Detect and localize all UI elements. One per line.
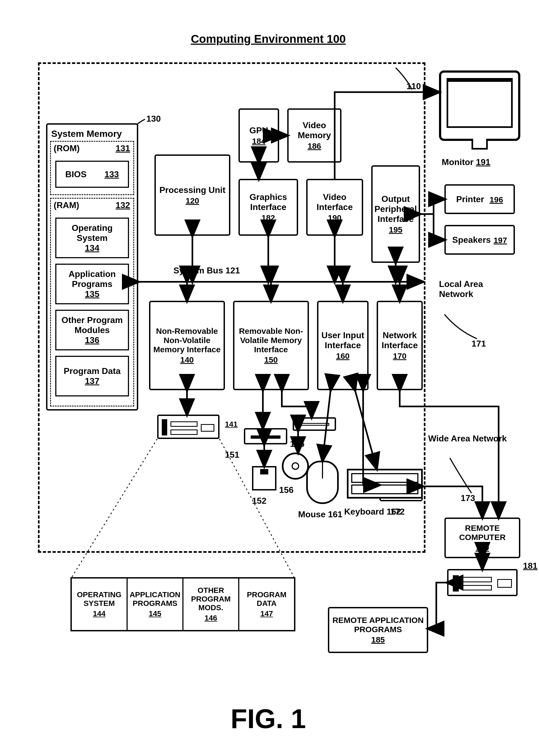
keyboard-icon xyxy=(347,469,423,498)
nonremovable-nv: Non-Removable Non-Volatile Memory Interf… xyxy=(149,301,225,390)
system-bus-label: System Bus 121 xyxy=(174,265,240,275)
remote-apps: REMOTE APPLICATION PROGRAMS 185 xyxy=(328,607,428,653)
floppy-drive xyxy=(244,428,287,444)
user-input-interface: User Input Interface 160 xyxy=(317,301,368,390)
rom-region: (ROM) 131 BIOS 133 xyxy=(50,141,134,195)
hdd xyxy=(157,415,219,439)
monitor-label: Monitor 191 xyxy=(442,157,491,167)
optical-drive-ref: 155 xyxy=(290,439,304,449)
os-label: Operating System xyxy=(56,223,128,243)
speakers-label: Speakers xyxy=(452,235,491,245)
network-interface: Network Interface 170 xyxy=(377,301,423,390)
gpu-ref: 184 xyxy=(252,137,266,146)
bios-ref: 133 xyxy=(105,169,119,180)
disc-ref: 156 xyxy=(279,485,293,495)
video-memory: Video Memory 186 xyxy=(287,109,342,163)
removable-nv: Removable Non-Volatile Memory Interface … xyxy=(233,301,309,390)
remote-computer-label: REMOTE COMPUTER xyxy=(448,523,517,542)
net-ref: 170 xyxy=(393,351,407,361)
nonremovable-label: Non-Removable Non-Volatile Memory Interf… xyxy=(153,327,221,354)
wan-label: Wide Area Network xyxy=(428,433,515,444)
net-label: Network Interface xyxy=(380,330,419,350)
lan-ref: 171 xyxy=(472,339,486,349)
output-peripheral-interface: Output Peripheral Interface 195 xyxy=(371,165,420,263)
remote-hw-ref: 181 xyxy=(523,561,537,571)
video-memory-label: Video Memory xyxy=(291,120,338,140)
data-label: Program Data xyxy=(64,366,120,376)
apps-ref: 135 xyxy=(85,289,99,299)
graphics-interface-label: Graphics Interface xyxy=(242,192,295,212)
hdd-apps: APPLICATION PROGRAMS 145 xyxy=(128,578,184,630)
remote-computer: REMOTE COMPUTER 180 xyxy=(444,517,520,558)
gpu-label: GPU xyxy=(249,125,268,135)
rom-ref: 131 xyxy=(116,143,130,153)
sysmem-ref: 130 xyxy=(146,114,161,124)
remote-apps-label: REMOTE APPLICATION PROGRAMS xyxy=(332,616,424,634)
printer: Printer 196 xyxy=(444,184,515,214)
diagram-title: Computing Environment 100 xyxy=(191,33,346,45)
mods-label: Other Program Modules xyxy=(56,315,128,335)
nonremovable-ref: 140 xyxy=(180,355,194,364)
video-interface: Video Interface 190 xyxy=(306,179,363,236)
rom-label: (ROM) xyxy=(54,143,80,153)
mouse-icon xyxy=(306,461,339,504)
opi-label: Output Peripheral Interface xyxy=(374,194,417,224)
video-interface-ref: 190 xyxy=(328,213,342,222)
uii-label: User Input Interface xyxy=(321,330,365,350)
removable-ref: 150 xyxy=(264,355,278,364)
lan-label: Local Area Network xyxy=(439,279,509,299)
data-box: Program Data 137 xyxy=(55,356,129,397)
diagram-root: Computing Environment 100 110 System Mem… xyxy=(11,11,526,742)
printer-ref: 196 xyxy=(490,195,503,204)
apps-label: Application Programs xyxy=(56,269,128,289)
processing-unit-ref: 120 xyxy=(186,196,199,205)
floppy-disk-icon xyxy=(252,466,276,491)
floppy-drive-ref: 151 xyxy=(225,450,239,460)
wan-ref: 173 xyxy=(461,493,475,503)
mods-box: Other Program Modules 136 xyxy=(55,310,129,350)
os-box: Operating System 134 xyxy=(55,218,129,258)
gpu: GPU 184 xyxy=(239,109,279,163)
processing-unit: Processing Unit 120 xyxy=(154,154,230,236)
hdd-mods: OTHER PROGRAM MODS. 146 xyxy=(184,578,239,630)
hdd-os: OPERATING SYSTEM 144 xyxy=(72,578,128,630)
figure-caption: FIG. 1 xyxy=(231,703,306,734)
printer-label: Printer xyxy=(456,194,484,204)
mouse-label: Mouse 161 xyxy=(298,509,343,519)
hdd-ref: 141 xyxy=(225,420,238,429)
cd-icon xyxy=(282,453,309,480)
ram-region: (RAM) 132 Operating System 134 Applicati… xyxy=(50,198,134,407)
bios-label: BIOS xyxy=(65,169,86,180)
os-ref: 134 xyxy=(85,243,99,253)
speakers-ref: 197 xyxy=(494,236,507,245)
keyboard-label: Keyboard 162 xyxy=(344,507,401,517)
opi-ref: 195 xyxy=(389,225,402,234)
remote-computer-ref: 180 xyxy=(476,543,489,552)
graphics-interface: Graphics Interface 182 xyxy=(239,179,298,236)
optical-drive xyxy=(293,417,336,431)
monitor-icon xyxy=(439,70,520,141)
uii-ref: 160 xyxy=(336,351,349,361)
ram-ref: 132 xyxy=(116,200,130,210)
data-ref: 137 xyxy=(85,376,99,386)
video-interface-label: Video Interface xyxy=(310,192,359,212)
system-memory-label: System Memory xyxy=(51,128,133,139)
mods-ref: 136 xyxy=(85,335,99,345)
hdd-contents: OPERATING SYSTEM 144 APPLICATION PROGRAM… xyxy=(70,577,295,631)
removable-label: Removable Non-Volatile Memory Interface xyxy=(237,327,305,354)
graphics-interface-ref: 182 xyxy=(262,213,275,222)
system-memory: System Memory (ROM) 131 BIOS 133 (RAM) 1… xyxy=(46,123,138,411)
bios-box: BIOS 133 xyxy=(55,161,129,188)
ram-label: (RAM) xyxy=(54,200,79,210)
remote-hw xyxy=(447,569,517,596)
video-memory-ref: 186 xyxy=(308,141,321,151)
apps-box: Application Programs 135 xyxy=(55,264,129,304)
processing-unit-label: Processing Unit xyxy=(159,185,225,195)
floppy-disk-ref: 152 xyxy=(252,496,267,506)
remote-apps-ref: 185 xyxy=(371,635,385,644)
speakers: Speakers 197 xyxy=(444,225,515,255)
hdd-data: PROGRAM DATA 147 xyxy=(239,578,294,630)
